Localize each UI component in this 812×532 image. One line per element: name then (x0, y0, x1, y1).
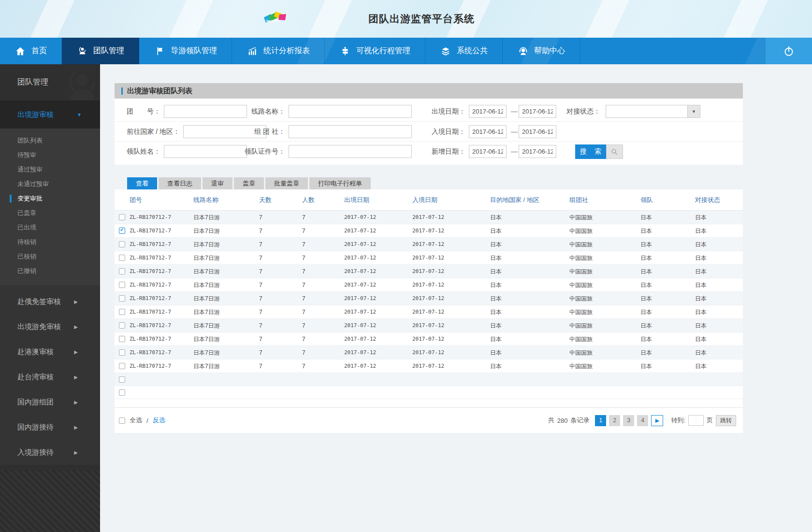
sidebar-group[interactable]: 国内游组团▶ (0, 389, 100, 415)
search-icon-button[interactable] (606, 144, 623, 159)
cell-id: ZL-RB170712-7 (130, 319, 193, 332)
tab-2[interactable]: 退审 (203, 177, 232, 189)
row-checkbox[interactable] (119, 282, 125, 288)
row-checkbox[interactable] (119, 376, 125, 383)
dock-status-label: 对接状态： (547, 101, 600, 121)
select-all-checkbox[interactable] (119, 417, 125, 424)
search-row-1: 团 号： 线路名称： 出境日期： — 对接状态： ▼ (115, 101, 743, 121)
page-button-4[interactable]: 4 (637, 415, 648, 426)
leader-id-input[interactable] (289, 145, 412, 158)
sidebar-group[interactable]: 入境游接待▶ (0, 440, 100, 465)
row-checkbox-cell (115, 238, 130, 251)
cell-destination: 日本 (490, 319, 569, 332)
cell-status: 日本 (695, 224, 743, 237)
sidebar-subitem[interactable]: 团队列表 (0, 133, 100, 148)
entry-date-from-input[interactable] (469, 125, 507, 138)
sidebar-subitem[interactable]: 待核销 (0, 235, 100, 249)
sidebar-group[interactable]: 赴俄免签审核▶ (0, 289, 100, 314)
sidebar-subitem[interactable]: 待预审 (0, 148, 100, 162)
cell-destination: 日本 (490, 278, 569, 291)
nav-item-stats[interactable]: 统计分析报表 (232, 38, 325, 64)
expand-right-icon: ▶ (74, 324, 78, 330)
depart-date-from-input[interactable] (469, 105, 507, 118)
sidebar-subitem[interactable]: 已出境 (0, 220, 100, 235)
table-row: ZL-RB170712-7日本7日游772017-07-122017-07-12… (115, 292, 743, 305)
row-checkbox[interactable] (119, 322, 125, 329)
row-checkbox[interactable] (119, 268, 125, 274)
row-checkbox[interactable] (119, 336, 125, 342)
route-name-input[interactable] (289, 105, 412, 118)
row-checkbox[interactable] (119, 349, 125, 356)
cell-people: 7 (302, 292, 344, 305)
tab-3[interactable]: 盖章 (234, 177, 264, 189)
tab-5[interactable]: 打印电子行程单 (309, 177, 371, 189)
search-button[interactable]: 搜 索 (575, 144, 606, 159)
row-checkbox[interactable] (119, 214, 125, 220)
row-checkbox[interactable] (119, 295, 125, 302)
agency-input[interactable] (289, 125, 412, 138)
invert-select-link[interactable]: 反选 (153, 416, 165, 425)
tab-0[interactable]: 查看 (127, 177, 157, 189)
sidebar-menu-outbound-audit[interactable]: 出境游审核 ▼ (0, 101, 100, 129)
sidebar-group-label: 入境游接待 (17, 448, 54, 457)
page-button-3[interactable]: 3 (623, 415, 634, 426)
power-button[interactable] (765, 38, 812, 64)
page-button-1[interactable]: 1 (595, 415, 606, 426)
sidebar-subitem[interactable]: 未通过预审 (0, 177, 100, 191)
leader-id-label: 领队证件号： (235, 142, 285, 161)
table-row: ZL-RB170712-7日本7日游772017-07-122017-07-12… (115, 319, 743, 332)
cell-days: 7 (259, 251, 302, 264)
sidebar-group[interactable]: 出境游免审核▶ (0, 314, 100, 339)
sidebar-group[interactable]: 国内游接待▶ (0, 415, 100, 440)
cell-route: 日本7日游 (193, 278, 259, 291)
cell-people: 7 (302, 278, 344, 291)
row-checkbox[interactable] (119, 389, 125, 396)
added-date-from-input[interactable] (469, 145, 507, 158)
group-no-input[interactable] (164, 105, 247, 118)
cell-status: 日本 (695, 332, 743, 345)
cell-agency: 中国国旅 (569, 265, 640, 278)
table-row: ZL-RB170712-7日本7日游772017-07-122017-07-12… (115, 332, 743, 346)
row-checkbox[interactable] (119, 363, 125, 369)
row-checkbox[interactable] (119, 309, 125, 315)
nav-item-home[interactable]: 首页 (0, 38, 62, 64)
date-separator: — (509, 122, 520, 142)
row-checkbox[interactable] (119, 228, 125, 234)
nav-item-system[interactable]: 系统公共 (425, 38, 503, 64)
team-watermark-icon (56, 65, 100, 101)
sidebar-subitem[interactable]: 已核销 (0, 249, 100, 264)
cell-people: 7 (302, 359, 344, 373)
nav-item-guide[interactable]: 导游领队管理 (139, 38, 232, 64)
leader-name-input[interactable] (164, 145, 247, 158)
total-prefix: 共 (548, 416, 554, 425)
cell-return: 2017-07-12 (412, 211, 490, 224)
sidebar-group[interactable]: 赴港澳审核▶ (0, 339, 100, 364)
cell-return: 2017-07-12 (412, 265, 490, 278)
cell-agency: 中国国旅 (569, 359, 640, 373)
tab-1[interactable]: 查看日志 (159, 177, 201, 189)
page-button-2[interactable]: 2 (609, 415, 620, 426)
select-all-label[interactable]: 全选 (130, 416, 142, 425)
jump-button[interactable]: 跳转 (716, 415, 736, 426)
sidebar-group-label: 国内游接待 (17, 423, 54, 432)
entry-date-to-input[interactable] (519, 125, 556, 138)
nav-item-visual[interactable]: 可视化行程管理 (325, 38, 425, 64)
row-checkbox[interactable] (119, 241, 125, 247)
nav-item-team[interactable]: 团队管理 (62, 38, 139, 64)
tab-4[interactable]: 批量盖章 (265, 177, 308, 189)
sidebar-subitem[interactable]: 通过预审 (0, 162, 100, 177)
cell-destination: 日本 (490, 224, 569, 237)
sidebar-subitem[interactable]: 已撤销 (0, 264, 100, 278)
select-caret-icon[interactable]: ▼ (687, 105, 700, 117)
nav-spacer (580, 38, 765, 64)
sidebar-subitem[interactable]: 变更审批 (0, 191, 100, 206)
goto-page-input[interactable] (688, 415, 704, 426)
dock-status-select[interactable]: ▼ (606, 105, 700, 118)
panel-title-bar: 出境游审核团队列表 (115, 83, 743, 99)
sidebar-subitem[interactable]: 已盖章 (0, 206, 100, 220)
nav-item-help[interactable]: 帮助中心 (503, 38, 580, 64)
added-date-to-input[interactable] (519, 145, 556, 158)
sidebar-group[interactable]: 赴台湾审核▶ (0, 364, 100, 389)
next-page-button[interactable]: ▶ (651, 415, 663, 426)
row-checkbox[interactable] (119, 255, 125, 261)
